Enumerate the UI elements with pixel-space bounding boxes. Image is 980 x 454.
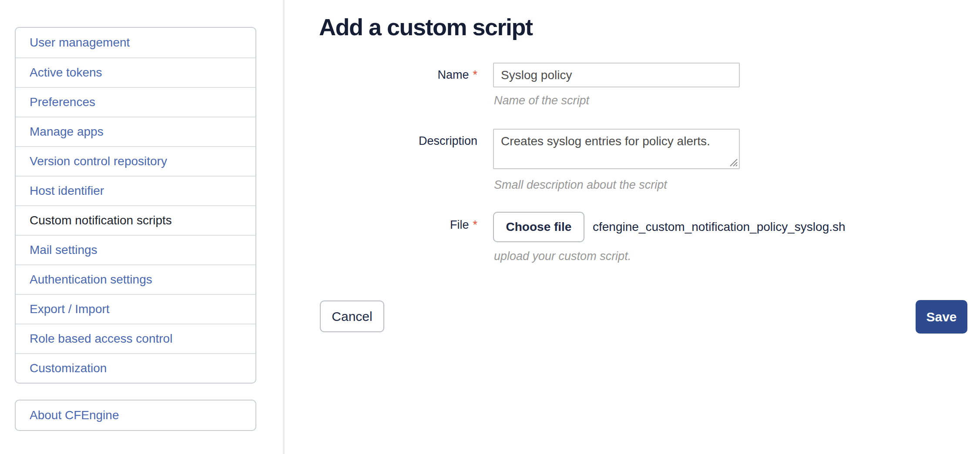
description-label-text: Description [419,134,477,148]
selected-file-name: cfengine_custom_notification_policy_sysl… [593,212,846,242]
page-title: Add a custom script [319,10,533,43]
sidebar-item-export-import[interactable]: Export / Import [16,294,255,324]
sidebar-item-manage-apps[interactable]: Manage apps [16,117,255,146]
settings-nav-list: User management Active tokens Preference… [15,27,256,384]
name-input[interactable] [493,63,740,87]
required-asterisk: * [473,68,477,82]
sidebar-item-mail-settings[interactable]: Mail settings [16,235,255,264]
about-box: About CFEngine [15,400,256,431]
sidebar-item-user-management[interactable]: User management [16,28,255,57]
description-textarea[interactable] [493,129,740,169]
name-field-label: Name* [320,63,477,87]
choose-file-button[interactable]: Choose file [493,212,584,242]
sidebar-item-version-control-repository[interactable]: Version control repository [16,146,255,176]
file-help-text: upload your custom script. [494,250,631,263]
file-field-label: File* [320,212,477,238]
settings-sidebar: User management Active tokens Preference… [15,27,256,431]
sidebar-content-divider [283,0,285,454]
save-button[interactable]: Save [916,300,967,334]
sidebar-item-preferences[interactable]: Preferences [16,87,255,117]
file-label-text: File [450,218,469,232]
description-textarea-wrap [493,129,740,169]
sidebar-item-custom-notification-scripts[interactable]: Custom notification scripts [16,205,255,235]
sidebar-item-active-tokens[interactable]: Active tokens [16,57,255,87]
required-asterisk: * [473,218,477,232]
sidebar-item-host-identifier[interactable]: Host identifier [16,176,255,205]
sidebar-item-authentication-settings[interactable]: Authentication settings [16,264,255,294]
sidebar-item-about-cfengine[interactable]: About CFEngine [16,401,255,430]
sidebar-item-role-based-access-control[interactable]: Role based access control [16,324,255,353]
description-field-label: Description [320,129,477,154]
name-help-text: Name of the script [494,94,589,107]
cancel-button[interactable]: Cancel [320,300,384,332]
description-help-text: Small description about the script [494,178,667,192]
name-label-text: Name [437,68,469,82]
sidebar-item-customization[interactable]: Customization [16,353,255,383]
